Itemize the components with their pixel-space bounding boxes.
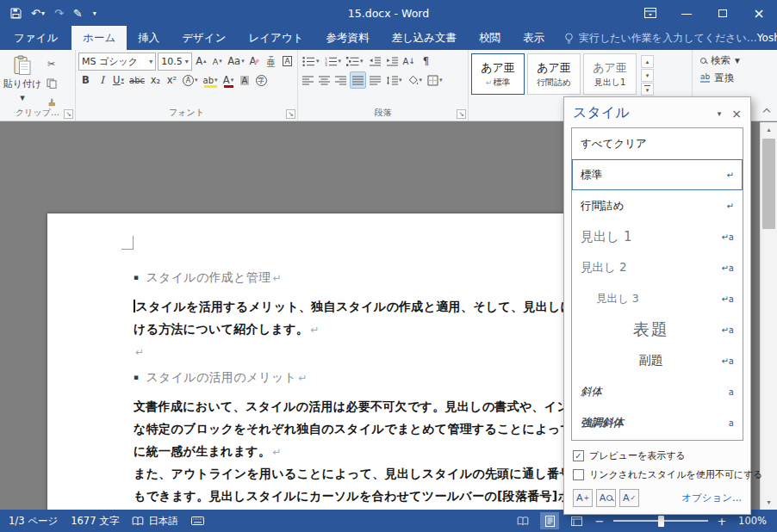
show-formatting-marks-button[interactable]: ¶ — [419, 53, 433, 70]
tab-mailings[interactable]: 差し込み文書 — [380, 26, 468, 50]
zoom-out-button[interactable]: − — [594, 515, 606, 528]
replace-button[interactable]: ab 置換 — [695, 69, 774, 86]
character-shading-button[interactable]: A — [238, 71, 252, 89]
tab-view[interactable]: 表示 — [512, 26, 556, 50]
zoom-level[interactable]: 100% — [736, 515, 767, 527]
italic-button[interactable]: I — [95, 71, 109, 89]
gallery-up-button[interactable]: ▴ — [641, 55, 654, 68]
word-count[interactable]: 1677 文字 — [71, 515, 119, 528]
font-color-button[interactable]: A▾ — [221, 71, 236, 89]
font-name-combo[interactable]: MS ゴシック▾ — [78, 53, 156, 71]
tell-me-box[interactable]: 実行したい作業を入力してください… — [564, 26, 757, 50]
close-button[interactable]: × — [741, 0, 777, 26]
zoom-in-button[interactable]: + — [716, 515, 728, 528]
subscript-button[interactable]: x₂ — [148, 71, 163, 89]
paragraph-dialog-launcher[interactable]: ↘ — [457, 109, 466, 119]
style-gallery-item-heading1[interactable]: あア亜 見出し1 — [583, 53, 637, 95]
tab-review[interactable]: 校閲 — [468, 26, 512, 50]
clipboard-dialog-launcher[interactable]: ↘ — [64, 109, 73, 119]
numbering-button[interactable]: 123 ▾ — [323, 53, 344, 70]
style-item-heading1[interactable]: 見出し 1↵a — [572, 221, 743, 252]
tab-references[interactable]: 参考資料 — [314, 26, 380, 50]
borders-button[interactable]: ▾ — [426, 71, 444, 89]
bold-button[interactable]: B — [78, 71, 93, 89]
print-layout-button[interactable] — [540, 512, 559, 529]
ink-button[interactable]: ✎ — [73, 7, 83, 20]
signed-in-user[interactable]: Yoshie Koha… — [757, 32, 777, 44]
align-center-button[interactable] — [317, 71, 332, 89]
shrink-font-button[interactable]: A▾ — [210, 53, 225, 70]
grow-font-button[interactable]: A▴ — [194, 53, 208, 70]
pane-menu-button[interactable]: ▾ — [718, 109, 722, 118]
style-gallery-item-nospacing[interactable]: あア亜 行間詰め — [527, 53, 581, 95]
style-item-heading2[interactable]: 見出し 2↵a — [572, 252, 743, 283]
font-dialog-launcher[interactable]: ↘ — [286, 109, 295, 119]
save-button[interactable] — [10, 8, 22, 19]
scroll-up-button[interactable]: ▴ — [761, 122, 777, 137]
decrease-indent-button[interactable] — [367, 53, 382, 70]
text-effects-button[interactable]: A▾ — [181, 71, 200, 89]
multilevel-list-button[interactable]: ▾ — [345, 53, 365, 70]
gallery-down-button[interactable]: ▾ — [641, 69, 654, 82]
style-item-heading3[interactable]: 見出し 3↵a — [572, 283, 743, 314]
character-border-button[interactable]: A — [280, 53, 295, 70]
style-item-intense-emphasis[interactable]: 強調斜体a — [572, 407, 743, 438]
align-left-button[interactable] — [301, 71, 315, 89]
style-item-subtitle[interactable]: 副題↵a — [572, 345, 743, 376]
style-item-title[interactable]: 表題↵a — [572, 314, 743, 345]
phonetic-guide-button[interactable]: ア亜 — [264, 53, 278, 70]
cut-button[interactable]: ✂ — [44, 55, 59, 72]
highlight-button[interactable]: ab▾ — [202, 71, 220, 89]
customize-qat-button[interactable]: ▾ — [92, 9, 96, 17]
maximize-button[interactable] — [705, 0, 741, 26]
increase-indent-button[interactable] — [384, 53, 400, 70]
font-size-combo[interactable]: 10.5▾ — [158, 53, 192, 71]
page-indicator[interactable]: 1/3 ページ — [9, 515, 58, 528]
show-preview-checkbox[interactable]: ✓プレビューを表示する — [573, 449, 742, 462]
style-item-normal[interactable]: 標準↵ — [572, 159, 743, 190]
proofing-status[interactable]: 日本語 — [132, 515, 178, 528]
clear-formatting-button[interactable]: A — [247, 53, 262, 70]
shading-button[interactable]: ▾ — [406, 71, 425, 89]
style-item-clear-all[interactable]: すべてクリア — [572, 128, 743, 159]
collapse-ribbon-button[interactable] — [764, 108, 771, 114]
tab-file[interactable]: ファイル — [0, 26, 71, 50]
tab-layout[interactable]: レイアウト — [237, 26, 314, 50]
scrollbar-thumb[interactable] — [762, 139, 775, 229]
input-mode[interactable] — [191, 517, 204, 525]
manage-styles-button[interactable]: A✓ — [619, 489, 639, 507]
strikethrough-button[interactable]: abc — [127, 71, 146, 89]
justify-button[interactable] — [350, 71, 366, 89]
underline-button[interactable]: U▾ — [111, 71, 126, 89]
bullets-button[interactable]: ▾ — [301, 53, 321, 70]
style-item-emphasis[interactable]: 斜体a — [572, 376, 743, 407]
style-gallery-item-normal[interactable]: あア亜 ↵標準 — [471, 53, 525, 95]
align-right-button[interactable] — [333, 71, 348, 89]
pane-close-button[interactable]: × — [731, 107, 742, 121]
zoom-slider[interactable] — [613, 512, 708, 529]
style-item-nospacing[interactable]: 行間詰め↵ — [572, 190, 743, 221]
style-inspector-button[interactable]: A — [596, 489, 616, 507]
vertical-scrollbar[interactable]: ▴ ▾ — [760, 122, 777, 510]
redo-button[interactable]: ↷ — [54, 7, 64, 20]
web-layout-button[interactable] — [567, 512, 586, 529]
distribute-button[interactable] — [368, 71, 382, 89]
change-case-button[interactable]: Aa▾ — [227, 53, 246, 70]
tab-home[interactable]: ホーム — [71, 26, 127, 50]
find-button[interactable]: 検索 ▾ — [695, 52, 774, 69]
scroll-down-button[interactable]: ▾ — [761, 495, 777, 510]
ribbon-display-options-button[interactable] — [632, 0, 668, 26]
disable-linked-styles-checkbox[interactable]: リンクされたスタイルを使用不可にする — [573, 468, 742, 481]
copy-button[interactable] — [44, 75, 59, 92]
gallery-more-button[interactable]: ▾ — [641, 83, 654, 96]
undo-button[interactable]: ↶▾ — [31, 7, 45, 20]
sort-button[interactable]: A↓ — [401, 53, 417, 70]
line-spacing-button[interactable]: ▾ — [384, 71, 404, 89]
tab-design[interactable]: デザイン — [171, 26, 237, 50]
zoom-slider-thumb[interactable] — [658, 516, 664, 527]
minimize-button[interactable]: — — [668, 0, 705, 26]
tab-insert[interactable]: 挿入 — [127, 26, 171, 50]
superscript-button[interactable]: x² — [165, 71, 179, 89]
read-mode-button[interactable] — [513, 512, 532, 529]
new-style-button[interactable]: A+ — [573, 489, 593, 507]
